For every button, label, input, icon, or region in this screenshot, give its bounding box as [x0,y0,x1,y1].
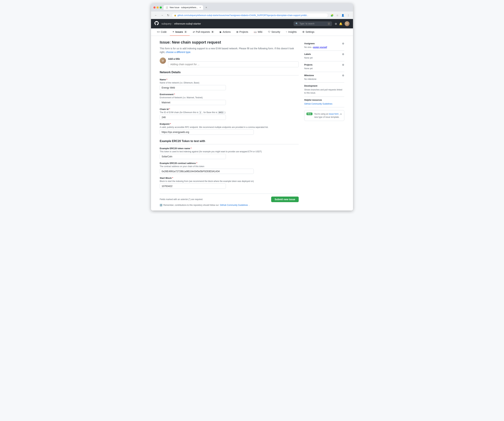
breadcrumb: subquery / ethereum-subql-starter [162,22,201,25]
development-section: Development Shows branches and pull requ… [304,83,344,97]
labels-title: Labels [304,53,311,55]
url-bar[interactable]: 🔒 github.com/subquery/ethereum-subql-sta… [172,13,328,18]
browser-action-buttons: 🧩 ☆ 👤 ⋮ [330,13,351,18]
nav-wiki[interactable]: 📖 Wiki [251,28,265,36]
token-name-hint: This token is used to test indexing agai… [160,150,299,153]
community-guidelines-link[interactable]: GitHub Community Guidelines [220,204,248,206]
erc20-section: Example ERC20 Token to test with Example… [160,140,299,189]
pr-badge: 8 [211,31,214,33]
title-row: U Add a title [160,57,299,67]
assignees-gear-icon[interactable]: ⚙ [342,42,344,45]
nav-insights[interactable]: ~ Insights [283,28,299,36]
nav-projects-label: Projects [240,31,248,33]
settings-icon: ⚙ [302,31,305,33]
erc20-section-title: Example ERC20 Token to test with [160,140,299,144]
maximize-window-btn[interactable] [160,6,162,9]
title-input-wrap: Add a title [168,57,299,67]
bookmark-btn[interactable]: ☆ [335,13,340,18]
repo-nav: <> Code ⚬ Issues 3 ⇄ Pull requests 8 ▶ A… [151,28,353,36]
chainid-hint: The ID of EVM chain (for Ethereum this i… [160,111,299,114]
global-search[interactable]: 🔍 Type / to search / [294,21,332,26]
user-avatar-header[interactable]: U [345,21,349,26]
development-text: Shows branches and pull requests linked … [304,88,344,94]
plus-icon[interactable]: ⊕ [335,22,337,25]
tab-title: New Issue · subquery/ethere... [170,6,198,9]
breadcrumb-org[interactable]: subquery [162,22,172,25]
form-description: This form is for us to add indexing supp… [160,47,299,54]
extensions-btn[interactable]: 🧩 [330,13,335,18]
forward-btn[interactable]: → [160,13,165,18]
choose-different-link[interactable]: choose a different type. [166,51,191,54]
header-icons: ⊕ 🔔 U [335,21,349,26]
nav-actions[interactable]: ▶ Actions [217,28,233,36]
start-block-field-group: Start Block * Block to start the indexin… [160,177,299,189]
nav-projects[interactable]: ⊞ Projects [234,28,251,36]
start-block-input[interactable] [160,183,226,189]
refresh-btn[interactable]: ↻ [166,13,170,18]
form-footer: Fields marked with an asterisk (*) are r… [160,194,299,206]
add-title-label: Add a title [168,57,299,60]
chainid-input[interactable] [160,115,226,120]
nav-settings-label: Settings [306,31,315,33]
minimize-window-btn[interactable] [156,6,159,9]
assign-yourself-link[interactable]: assign yourself [313,46,327,49]
contract-address-input[interactable] [160,169,254,174]
nav-code-label: Code [161,31,167,33]
close-window-btn[interactable] [153,6,156,9]
projects-gear-icon[interactable]: ⚙ [342,63,344,66]
github-logo-icon[interactable] [155,21,159,26]
nav-security-label: Security [271,31,280,33]
labels-section: Labels ⚙ None yet [304,51,344,61]
nav-settings[interactable]: ⚙ Settings [300,28,317,36]
start-block-hint: Block to start the indexing from (we rec… [160,180,299,183]
menu-btn[interactable]: ⋮ [346,13,351,18]
actions-icon: ▶ [220,31,222,33]
beta-box: Beta You're using an issue form , a new … [304,110,344,121]
issues-icon: ⚬ [172,31,174,33]
chainid-label: Chain Id * [160,108,299,110]
endpoint-label: Endpoint * [160,123,299,125]
profile-btn[interactable]: 👤 [340,13,345,18]
token-name-input[interactable] [160,154,226,159]
url-text: github.com/subquery/ethereum-subql-start… [177,14,326,17]
chainid-field-group: Chain Id * The ID of EVM chain (for Ethe… [160,108,299,120]
notification-icon[interactable]: 🔔 [339,22,342,25]
labels-gear-icon[interactable]: ⚙ [342,53,344,55]
contract-address-label: Example ERC20 contract address * [160,162,299,165]
nav-pull-requests[interactable]: ⇄ Pull requests 8 [190,28,217,36]
breadcrumb-repo[interactable]: ethereum-subql-starter [174,22,201,25]
assignees-section: Assignees ⚙ No one—assign yourself [304,40,344,51]
assignees-title: Assignees [304,42,315,45]
name-input[interactable] [160,85,226,90]
milestone-title: Milestone [304,74,314,77]
tab-favicon: ⬜ [166,6,168,9]
issue-form-link[interactable]: issue form [329,113,339,115]
milestone-gear-icon[interactable]: ⚙ [342,74,344,77]
window-controls [153,6,162,9]
start-block-label: Start Block * [160,177,299,179]
labels-value: None yet [304,57,344,59]
tab-close-btn[interactable]: ✕ [199,6,201,9]
environment-field-group: Environment * Environment of Network (i.… [160,93,299,105]
token-name-label: Example ERC20 token name * [160,147,299,150]
back-btn[interactable]: ← [153,13,158,18]
new-tab-btn[interactable]: + [205,6,207,9]
name-label: Name * [160,78,299,81]
browser-navbar: ← → ↻ 🔒 github.com/subquery/ethereum-sub… [151,12,353,19]
chainid-code1: 1 [199,111,202,114]
nav-code[interactable]: <> Code [155,28,169,36]
nav-issues[interactable]: ⚬ Issues 3 [170,28,190,36]
nav-security[interactable]: 🛡 Security [266,28,283,36]
environment-required: * [174,93,175,96]
endpoint-input[interactable] [160,129,254,135]
browser-tab[interactable]: ⬜ New Issue · subquery/ethere... ✕ [163,5,203,10]
assignees-value: No one—assign yourself [304,46,344,49]
environment-input[interactable] [160,100,226,105]
issue-title-input[interactable] [168,61,299,67]
chainid-required: * [169,108,170,110]
projects-value: None yet [304,67,344,70]
community-guidelines-sidebar-link[interactable]: GitHub Community Guidelines [304,103,332,105]
submit-issue-button[interactable]: Submit new issue [271,196,299,202]
issue-form-area: Issue: New chain support request This fo… [160,40,299,206]
nav-insights-label: Insights [288,31,297,33]
